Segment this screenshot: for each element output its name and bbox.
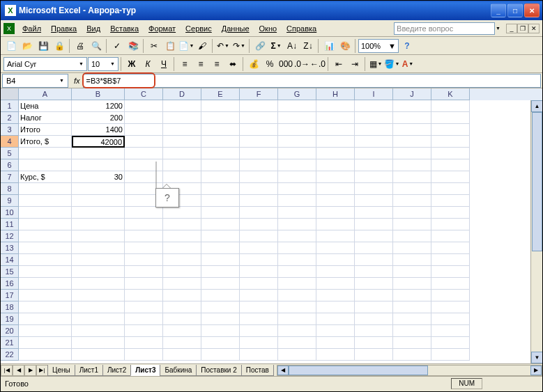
cell-G2[interactable] [278,112,316,124]
align-left-icon[interactable]: ≡ [177,56,192,72]
decrease-decimal-icon[interactable]: ←.0 [310,56,326,72]
cell-K6[interactable] [431,159,470,171]
cell-I18[interactable] [355,301,393,313]
cell-E19[interactable] [201,313,240,325]
row-header-5[interactable]: 5 [1,148,19,159]
cell-I6[interactable] [355,159,393,171]
cell-K13[interactable] [431,242,470,254]
cell-H6[interactable] [316,159,355,171]
cell-K10[interactable] [431,207,470,219]
cell-H14[interactable] [316,254,355,266]
row-header-10[interactable]: 10 [1,207,19,219]
chart-icon[interactable]: 📊 [321,38,337,54]
cell-D21[interactable] [163,337,201,349]
cell-C17[interactable] [125,290,163,301]
cell-A17[interactable] [19,290,72,301]
cell-D18[interactable] [163,301,201,313]
cell-F16[interactable] [240,278,278,290]
menu-tools[interactable]: Сервис [181,22,217,35]
cell-B15[interactable] [72,266,125,278]
cell-I13[interactable] [355,242,393,254]
cell-E18[interactable] [201,301,240,313]
cell-I21[interactable] [355,337,393,349]
row-header-6[interactable]: 6 [1,159,19,171]
tab-next-icon[interactable]: ▶ [24,365,36,376]
cell-H3[interactable] [316,124,355,136]
cell-A2[interactable]: Налог [19,112,72,124]
cell-J19[interactable] [393,313,431,325]
cell-K2[interactable] [431,112,470,124]
cell-A19[interactable] [19,313,72,325]
cell-H21[interactable] [316,337,355,349]
save-icon[interactable]: 💾 [36,38,51,54]
sheet-tab-Лист3[interactable]: Лист3 [130,365,160,376]
cell-A14[interactable] [19,254,72,266]
cell-C2[interactable] [125,112,163,124]
cell-J10[interactable] [393,207,431,219]
cell-E21[interactable] [201,337,240,349]
cell-I7[interactable] [355,171,393,183]
cell-I12[interactable] [355,230,393,242]
row-header-2[interactable]: 2 [1,112,19,124]
cell-A7[interactable]: Курс, $ [19,171,72,183]
cell-C12[interactable] [125,230,163,242]
cell-K11[interactable] [431,219,470,230]
cell-A20[interactable] [19,325,72,337]
cell-A4[interactable]: Итого, $ [19,136,72,148]
cell-A11[interactable] [19,219,72,230]
cell-B20[interactable] [72,325,125,337]
cell-B5[interactable] [72,148,125,159]
drawing-icon[interactable]: 🎨 [337,38,353,54]
col-header-I[interactable]: I [355,88,393,100]
cell-B21[interactable] [72,337,125,349]
cell-F9[interactable] [240,195,278,207]
font-color-icon[interactable]: A▼ [400,56,415,72]
menu-format[interactable]: Формат [144,22,181,35]
cell-I9[interactable] [355,195,393,207]
cell-A13[interactable] [19,242,72,254]
cell-A10[interactable] [19,207,72,219]
col-header-J[interactable]: J [393,88,431,100]
cell-G3[interactable] [278,124,316,136]
row-header-15[interactable]: 15 [1,266,19,278]
cell-F20[interactable] [240,325,278,337]
cell-I10[interactable] [355,207,393,219]
sheet-tab-Цены[interactable]: Цены [47,365,75,376]
cell-A8[interactable] [19,183,72,195]
cell-B22[interactable] [72,349,125,361]
cell-G11[interactable] [278,219,316,230]
cell-G14[interactable] [278,254,316,266]
cell-F18[interactable] [240,301,278,313]
cell-I3[interactable] [355,124,393,136]
cell-J7[interactable] [393,171,431,183]
cell-J4[interactable] [393,136,431,148]
cell-C10[interactable] [125,207,163,219]
cell-D3[interactable] [163,124,201,136]
formula-bar[interactable]: =B3*$B$7 [83,74,541,88]
tab-first-icon[interactable]: |◀ [1,365,13,376]
cell-E22[interactable] [201,349,240,361]
cell-H10[interactable] [316,207,355,219]
doc-restore[interactable]: ❐ [517,24,528,33]
cell-G4[interactable] [278,136,316,148]
cell-J22[interactable] [393,349,431,361]
cell-K4[interactable] [431,136,470,148]
cell-E6[interactable] [201,159,240,171]
tab-last-icon[interactable]: ▶| [36,365,48,376]
cell-E10[interactable] [201,207,240,219]
cell-H16[interactable] [316,278,355,290]
cell-F15[interactable] [240,266,278,278]
print-icon[interactable]: 🖨 [72,38,88,54]
cell-F4[interactable] [240,136,278,148]
cell-B3[interactable]: 1400 [72,124,125,136]
cell-B19[interactable] [72,313,125,325]
cell-K17[interactable] [431,290,470,301]
cell-F7[interactable] [240,171,278,183]
cell-B16[interactable] [72,278,125,290]
scroll-right-icon[interactable]: ▶ [530,366,542,375]
cell-J14[interactable] [393,254,431,266]
currency-icon[interactable]: 💰 [246,56,261,72]
cell-F17[interactable] [240,290,278,301]
cell-D19[interactable] [163,313,201,325]
cell-K15[interactable] [431,266,470,278]
